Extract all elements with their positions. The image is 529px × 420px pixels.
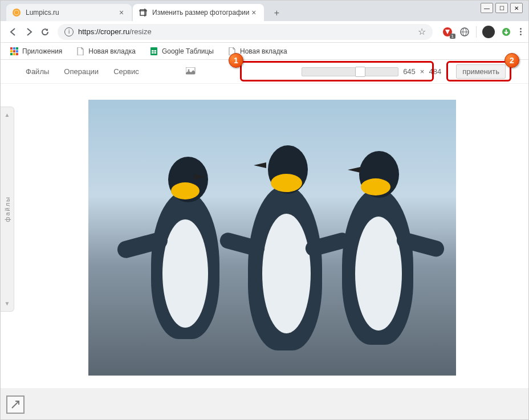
bookmark-newtab-1[interactable]: Новая вкладка (72, 44, 139, 58)
sheets-icon (149, 47, 158, 56)
annotation-2: 2 (504, 53, 519, 68)
preview-icon[interactable] (186, 67, 195, 76)
width-value: 645 (403, 67, 416, 76)
separator (476, 26, 477, 38)
slider-thumb[interactable] (355, 67, 365, 77)
bookmark-label: Новая вкладка (88, 47, 136, 55)
back-button[interactable] (5, 24, 21, 40)
content-area: ▲ файлы ▼ (1, 84, 528, 419)
url-text: https://croper.ru/resize (78, 27, 416, 36)
tab-croper[interactable]: Изменить размер фотографии × (133, 4, 264, 21)
size-slider[interactable] (302, 67, 398, 76)
close-window-button[interactable]: ✕ (510, 3, 523, 13)
browser-menu-button[interactable] (518, 26, 524, 38)
window-controls: — ☐ ✕ (481, 3, 523, 13)
chevron-down-icon: ▼ (5, 300, 10, 307)
bookmark-apps[interactable]: Приложения (6, 44, 66, 58)
svg-rect-10 (10, 47, 13, 50)
height-value: 484 (429, 67, 441, 76)
image-preview[interactable] (88, 100, 456, 376)
browser-tabstrip: Lumpics.ru × Изменить размер фотографии … (1, 1, 528, 21)
site-info-icon[interactable]: i (64, 27, 74, 36)
svg-point-0 (13, 9, 21, 17)
menu-files[interactable]: Файлы (23, 64, 51, 79)
bookmark-sheets[interactable]: Google Таблицы (146, 44, 217, 58)
bookmark-star-icon[interactable]: ☆ (418, 26, 426, 37)
new-tab-button[interactable]: + (268, 5, 284, 21)
tab-title: Lumpics.ru (26, 9, 117, 17)
annotation-1: 1 (229, 53, 243, 68)
favicon-crop-icon (139, 8, 148, 17)
resize-controls: 645 × 484 (297, 65, 446, 79)
savefrom-extension-icon[interactable] (500, 26, 512, 38)
tab-title: Изменить размер фотографии (152, 9, 249, 17)
page-icon (76, 47, 85, 56)
canvas-area (14, 84, 528, 419)
bookmark-label: Новая вкладка (240, 47, 287, 55)
menu-service[interactable]: Сервис (111, 64, 141, 79)
apply-button[interactable]: применить (456, 64, 506, 79)
favicon-orange-icon (12, 8, 21, 17)
chevron-up-icon: ▲ (5, 112, 10, 118)
menu-operations[interactable]: Операции (62, 64, 101, 79)
profile-avatar[interactable] (482, 26, 495, 38)
svg-rect-13 (10, 50, 13, 52)
svg-rect-16 (10, 53, 13, 55)
tab-close-icon[interactable]: × (249, 8, 258, 17)
address-bar[interactable]: i https://croper.ru/resize ☆ (58, 24, 433, 40)
reload-button[interactable] (37, 24, 53, 40)
extension-badge: 1 (450, 34, 455, 39)
forward-button[interactable] (21, 24, 37, 40)
svg-rect-12 (16, 47, 18, 50)
maximize-button[interactable]: ☐ (495, 3, 508, 13)
adblock-extension-icon[interactable]: 1 (442, 26, 453, 38)
globe-extension-icon[interactable] (459, 26, 470, 38)
dimension-separator: × (420, 67, 425, 76)
bookmark-label: Google Таблицы (162, 47, 214, 55)
browser-toolbar: i https://croper.ru/resize ☆ 1 (1, 21, 528, 43)
svg-rect-11 (13, 47, 15, 50)
app-toolbar: Файлы Операции Сервис 645 × 484 применит… (1, 60, 528, 84)
tab-close-icon[interactable]: × (117, 8, 126, 17)
apps-icon (10, 47, 19, 56)
minimize-button[interactable]: — (481, 3, 493, 13)
svg-rect-17 (13, 53, 15, 55)
svg-rect-14 (13, 50, 15, 52)
expand-icon[interactable] (6, 395, 25, 414)
bookmark-bar: Приложения Новая вкладка Google Таблицы … (1, 43, 528, 60)
bottom-bar (1, 388, 528, 419)
tab-lumpics[interactable]: Lumpics.ru × (6, 4, 132, 21)
svg-rect-15 (16, 50, 18, 52)
side-tab-label: файлы (4, 196, 11, 222)
bookmark-label: Приложения (22, 47, 62, 55)
svg-rect-18 (16, 53, 18, 55)
files-side-tab[interactable]: ▲ файлы ▼ (1, 107, 14, 312)
